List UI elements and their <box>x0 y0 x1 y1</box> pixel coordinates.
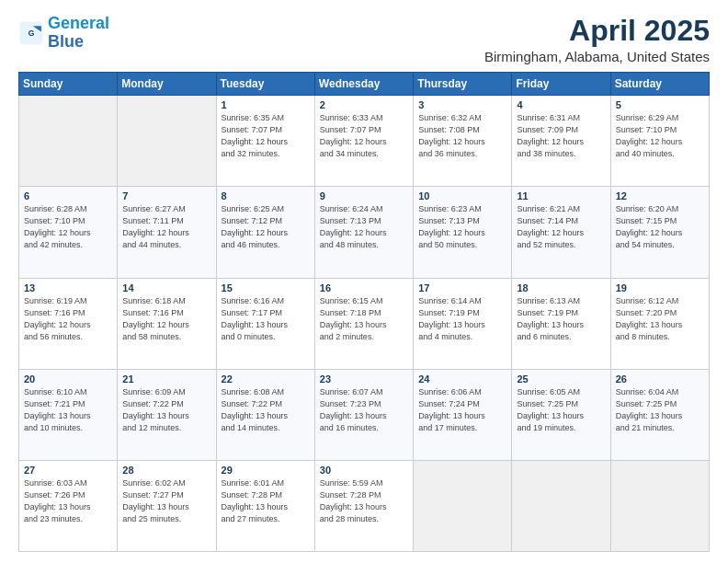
svg-text:G: G <box>28 29 35 38</box>
day-number: 25 <box>517 373 605 385</box>
cell-info: Sunrise: 6:10 AMSunset: 7:21 PMDaylight:… <box>24 386 112 434</box>
cell-info: Sunrise: 6:19 AMSunset: 7:16 PMDaylight:… <box>24 295 112 343</box>
day-number: 21 <box>122 373 210 385</box>
day-number: 15 <box>222 282 310 293</box>
cell-info: Sunrise: 6:24 AMSunset: 7:13 PMDaylight:… <box>320 203 408 251</box>
calendar-cell: 21Sunrise: 6:09 AMSunset: 7:22 PMDayligh… <box>118 369 216 460</box>
page: G General Blue April 2025 Birmingham, Al… <box>0 0 728 563</box>
cell-info: Sunrise: 6:35 AMSunset: 7:07 PMDaylight:… <box>222 112 310 160</box>
calendar-body: 1Sunrise: 6:35 AMSunset: 7:07 PMDaylight… <box>19 96 710 552</box>
cell-info: Sunrise: 6:08 AMSunset: 7:22 PMDaylight:… <box>222 386 310 434</box>
calendar-cell: 14Sunrise: 6:18 AMSunset: 7:16 PMDayligh… <box>118 278 216 369</box>
day-number: 1 <box>222 99 310 110</box>
calendar-cell: 19Sunrise: 6:12 AMSunset: 7:20 PMDayligh… <box>610 278 709 369</box>
title-block: April 2025 Birmingham, Alabama, United S… <box>484 15 710 64</box>
cell-info: Sunrise: 6:13 AMSunset: 7:19 PMDaylight:… <box>517 295 605 343</box>
cell-info: Sunrise: 6:01 AMSunset: 7:28 PMDaylight:… <box>222 477 310 525</box>
day-number: 29 <box>222 465 310 476</box>
calendar-cell: 4Sunrise: 6:31 AMSunset: 7:09 PMDaylight… <box>512 96 610 187</box>
cell-info: Sunrise: 6:04 AMSunset: 7:25 PMDaylight:… <box>616 386 704 434</box>
cell-info: Sunrise: 6:18 AMSunset: 7:16 PMDaylight:… <box>122 295 210 343</box>
calendar-cell: 28Sunrise: 6:02 AMSunset: 7:27 PMDayligh… <box>118 460 216 551</box>
day-number: 3 <box>418 99 506 110</box>
calendar-day-header: Monday <box>118 73 216 96</box>
logo-icon: G <box>18 20 44 46</box>
day-number: 4 <box>517 99 605 110</box>
cell-info: Sunrise: 6:16 AMSunset: 7:17 PMDaylight:… <box>222 295 310 343</box>
cell-info: Sunrise: 5:59 AMSunset: 7:28 PMDaylight:… <box>320 477 408 525</box>
day-number: 20 <box>24 373 112 385</box>
calendar-week-row: 20Sunrise: 6:10 AMSunset: 7:21 PMDayligh… <box>19 369 710 460</box>
day-number: 30 <box>320 465 408 476</box>
cell-info: Sunrise: 6:23 AMSunset: 7:13 PMDaylight:… <box>418 203 506 251</box>
cell-info: Sunrise: 6:14 AMSunset: 7:19 PMDaylight:… <box>418 295 506 343</box>
day-number: 5 <box>616 99 704 110</box>
calendar-cell: 16Sunrise: 6:15 AMSunset: 7:18 PMDayligh… <box>314 278 413 369</box>
day-number: 19 <box>616 282 704 293</box>
day-number: 2 <box>320 99 408 110</box>
calendar-cell: 6Sunrise: 6:28 AMSunset: 7:10 PMDaylight… <box>19 187 118 278</box>
cell-info: Sunrise: 6:33 AMSunset: 7:07 PMDaylight:… <box>320 112 408 160</box>
calendar-cell: 1Sunrise: 6:35 AMSunset: 7:07 PMDaylight… <box>216 96 314 187</box>
calendar-week-row: 13Sunrise: 6:19 AMSunset: 7:16 PMDayligh… <box>19 278 710 369</box>
calendar-day-header: Thursday <box>414 73 512 96</box>
calendar-cell: 30Sunrise: 5:59 AMSunset: 7:28 PMDayligh… <box>314 460 413 551</box>
cell-info: Sunrise: 6:09 AMSunset: 7:22 PMDaylight:… <box>122 386 210 434</box>
day-number: 22 <box>222 373 310 385</box>
cell-info: Sunrise: 6:05 AMSunset: 7:25 PMDaylight:… <box>517 386 605 434</box>
header: G General Blue April 2025 Birmingham, Al… <box>18 15 710 64</box>
subtitle: Birmingham, Alabama, United States <box>484 49 710 64</box>
cell-info: Sunrise: 6:15 AMSunset: 7:18 PMDaylight:… <box>320 295 408 343</box>
day-number: 28 <box>122 465 210 476</box>
calendar-cell: 2Sunrise: 6:33 AMSunset: 7:07 PMDaylight… <box>314 96 413 187</box>
calendar-cell: 18Sunrise: 6:13 AMSunset: 7:19 PMDayligh… <box>512 278 610 369</box>
calendar-cell: 24Sunrise: 6:06 AMSunset: 7:24 PMDayligh… <box>414 369 512 460</box>
calendar-cell: 26Sunrise: 6:04 AMSunset: 7:25 PMDayligh… <box>610 369 709 460</box>
day-number: 7 <box>122 190 210 201</box>
day-number: 26 <box>616 373 704 385</box>
day-number: 14 <box>122 282 210 293</box>
cell-info: Sunrise: 6:31 AMSunset: 7:09 PMDaylight:… <box>517 112 605 160</box>
calendar-cell <box>118 96 216 187</box>
calendar-cell: 25Sunrise: 6:05 AMSunset: 7:25 PMDayligh… <box>512 369 610 460</box>
day-number: 12 <box>616 190 704 201</box>
day-number: 11 <box>517 190 605 201</box>
cell-info: Sunrise: 6:02 AMSunset: 7:27 PMDaylight:… <box>122 477 210 525</box>
day-number: 13 <box>24 282 112 293</box>
day-number: 18 <box>517 282 605 293</box>
cell-info: Sunrise: 6:07 AMSunset: 7:23 PMDaylight:… <box>320 386 408 434</box>
calendar-cell: 22Sunrise: 6:08 AMSunset: 7:22 PMDayligh… <box>216 369 314 460</box>
calendar-cell: 9Sunrise: 6:24 AMSunset: 7:13 PMDaylight… <box>314 187 413 278</box>
cell-info: Sunrise: 6:25 AMSunset: 7:12 PMDaylight:… <box>222 203 310 251</box>
day-number: 23 <box>320 373 408 385</box>
cell-info: Sunrise: 6:29 AMSunset: 7:10 PMDaylight:… <box>616 112 704 160</box>
calendar-cell: 29Sunrise: 6:01 AMSunset: 7:28 PMDayligh… <box>216 460 314 551</box>
calendar-cell: 17Sunrise: 6:14 AMSunset: 7:19 PMDayligh… <box>414 278 512 369</box>
calendar-day-header: Sunday <box>19 73 118 96</box>
calendar-cell: 5Sunrise: 6:29 AMSunset: 7:10 PMDaylight… <box>610 96 709 187</box>
day-number: 16 <box>320 282 408 293</box>
calendar-cell <box>512 460 610 551</box>
calendar-cell: 27Sunrise: 6:03 AMSunset: 7:26 PMDayligh… <box>19 460 118 551</box>
cell-info: Sunrise: 6:12 AMSunset: 7:20 PMDaylight:… <box>616 295 704 343</box>
calendar-header-row: SundayMondayTuesdayWednesdayThursdayFrid… <box>19 73 710 96</box>
cell-info: Sunrise: 6:20 AMSunset: 7:15 PMDaylight:… <box>616 203 704 251</box>
calendar-cell: 7Sunrise: 6:27 AMSunset: 7:11 PMDaylight… <box>118 187 216 278</box>
calendar-week-row: 1Sunrise: 6:35 AMSunset: 7:07 PMDaylight… <box>19 96 710 187</box>
calendar-week-row: 27Sunrise: 6:03 AMSunset: 7:26 PMDayligh… <box>19 460 710 551</box>
day-number: 27 <box>24 465 112 476</box>
calendar-cell: 3Sunrise: 6:32 AMSunset: 7:08 PMDaylight… <box>414 96 512 187</box>
calendar-cell: 20Sunrise: 6:10 AMSunset: 7:21 PMDayligh… <box>19 369 118 460</box>
logo: G General Blue <box>18 15 109 52</box>
cell-info: Sunrise: 6:32 AMSunset: 7:08 PMDaylight:… <box>418 112 506 160</box>
day-number: 10 <box>418 190 506 201</box>
cell-info: Sunrise: 6:03 AMSunset: 7:26 PMDaylight:… <box>24 477 112 525</box>
main-title: April 2025 <box>484 15 710 47</box>
calendar-day-header: Saturday <box>610 73 709 96</box>
cell-info: Sunrise: 6:06 AMSunset: 7:24 PMDaylight:… <box>418 386 506 434</box>
calendar-table: SundayMondayTuesdayWednesdayThursdayFrid… <box>18 72 710 552</box>
calendar-cell: 10Sunrise: 6:23 AMSunset: 7:13 PMDayligh… <box>414 187 512 278</box>
day-number: 8 <box>222 190 310 201</box>
day-number: 6 <box>24 190 112 201</box>
calendar-cell: 12Sunrise: 6:20 AMSunset: 7:15 PMDayligh… <box>610 187 709 278</box>
